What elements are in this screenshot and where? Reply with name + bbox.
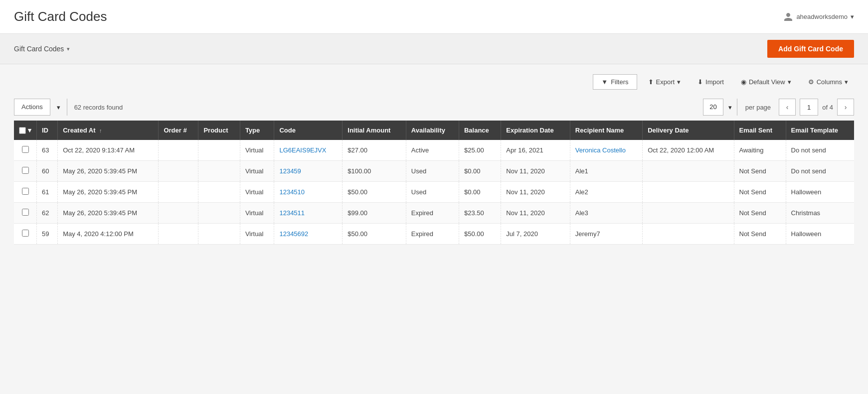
row-checkbox-cell[interactable] xyxy=(14,140,37,161)
row-checkbox-cell[interactable] xyxy=(14,182,37,203)
row-checkbox-0[interactable] xyxy=(22,146,29,153)
user-icon xyxy=(783,12,793,22)
code-link[interactable]: LG6EAIS9EJVX xyxy=(279,146,326,154)
th-initial-amount: Initial Amount xyxy=(343,121,406,140)
th-balance: Balance xyxy=(459,121,501,140)
actions-dropdown-arrow[interactable]: ▾ xyxy=(50,99,67,116)
records-bar: Actions ▾ 62 records found 20 ▾ per page… xyxy=(14,99,854,116)
cell-order xyxy=(159,203,198,224)
cell-balance: $25.00 xyxy=(459,140,501,161)
records-count: 62 records found xyxy=(74,104,123,111)
th-checkbox[interactable]: ▾ xyxy=(14,121,37,140)
per-page-value: 20 xyxy=(703,99,722,116)
per-page-chevron-icon: ▾ xyxy=(728,104,732,111)
actions-label: Actions xyxy=(14,99,50,116)
cell-type: Virtual xyxy=(240,140,274,161)
code-link[interactable]: 12345692 xyxy=(279,230,308,238)
recipient-link[interactable]: Veronica Costello xyxy=(575,146,626,154)
cell-email-sent: Not Send xyxy=(734,161,786,182)
table-row: 61 May 26, 2020 5:39:45 PM Virtual 12345… xyxy=(14,182,854,203)
cell-product xyxy=(198,161,240,182)
row-checkbox-cell[interactable] xyxy=(14,224,37,245)
cell-product xyxy=(198,224,240,245)
row-checkbox-cell[interactable] xyxy=(14,203,37,224)
code-link[interactable]: 123459 xyxy=(279,167,301,175)
dropdown-chevron-icon: ▾ xyxy=(67,46,70,52)
th-type: Type xyxy=(240,121,274,140)
table-row: 62 May 26, 2020 5:39:45 PM Virtual 12345… xyxy=(14,203,854,224)
gear-icon: ⚙ xyxy=(808,78,814,86)
row-checkbox-1[interactable] xyxy=(22,167,29,174)
cell-order xyxy=(159,161,198,182)
cell-delivery-date xyxy=(643,182,734,203)
filters-button[interactable]: ▼ Filters xyxy=(593,74,637,90)
page-title: Gift Card Codes xyxy=(14,9,107,24)
cell-initial-amount: $100.00 xyxy=(343,161,406,182)
dropdown-label-text: Gift Card Codes xyxy=(14,45,64,53)
cell-availability: Used xyxy=(406,161,459,182)
user-chevron-icon: ▾ xyxy=(851,13,854,20)
actions-dropdown[interactable]: Actions ▾ xyxy=(14,99,67,116)
user-menu[interactable]: aheadworksdemo ▾ xyxy=(783,12,854,22)
cell-order xyxy=(159,224,198,245)
cell-email-template: Do not send xyxy=(786,140,854,161)
next-page-button[interactable]: › xyxy=(837,99,854,116)
th-checkbox-arrow-icon[interactable]: ▾ xyxy=(28,127,31,134)
cell-availability: Used xyxy=(406,182,459,203)
sort-icon: ↑ xyxy=(99,128,102,133)
th-created-at[interactable]: Created At ↑ xyxy=(58,121,159,140)
cell-code[interactable]: LG6EAIS9EJVX xyxy=(274,140,343,161)
cell-order xyxy=(159,182,198,203)
columns-button[interactable]: ⚙ Columns ▾ xyxy=(802,75,854,89)
row-checkbox-3[interactable] xyxy=(22,209,29,216)
columns-label: Columns xyxy=(817,78,842,86)
cell-expiration-date: Apr 16, 2021 xyxy=(501,140,570,161)
cell-expiration-date: Nov 11, 2020 xyxy=(501,203,570,224)
th-product: Product xyxy=(198,121,240,140)
cell-id: 60 xyxy=(37,161,58,182)
import-button[interactable]: ⬇ Import xyxy=(692,75,730,89)
add-gift-card-button[interactable]: Add Gift Card Code xyxy=(767,40,854,58)
export-button[interactable]: ⬆ Export ▾ xyxy=(642,75,687,89)
per-page-select[interactable]: 20 ▾ xyxy=(703,99,737,116)
per-page-arrow[interactable]: ▾ xyxy=(723,99,737,116)
cell-code[interactable]: 1234510 xyxy=(274,182,343,203)
code-link[interactable]: 1234511 xyxy=(279,209,305,217)
cell-recipient-name: Ale3 xyxy=(570,203,642,224)
code-link[interactable]: 1234510 xyxy=(279,188,305,196)
filter-icon: ▼ xyxy=(601,78,608,86)
prev-page-button[interactable]: ‹ xyxy=(779,99,796,116)
cell-availability: Expired xyxy=(406,203,459,224)
cell-delivery-date: Oct 22, 2020 12:00 AM xyxy=(643,140,734,161)
default-view-label: Default View xyxy=(749,78,785,86)
select-all-checkbox[interactable] xyxy=(19,127,26,134)
records-left: Actions ▾ 62 records found xyxy=(14,99,123,116)
cell-balance: $0.00 xyxy=(459,182,501,203)
toolbar-bar: Gift Card Codes ▾ Add Gift Card Code xyxy=(0,34,868,64)
cell-code[interactable]: 1234511 xyxy=(274,203,343,224)
cell-code[interactable]: 12345692 xyxy=(274,224,343,245)
export-arrow-icon: ▾ xyxy=(677,78,681,86)
cell-id: 59 xyxy=(37,224,58,245)
default-view-arrow-icon: ▾ xyxy=(788,78,791,86)
th-expiration-date: Expiration Date xyxy=(501,121,570,140)
export-label: Export xyxy=(656,78,675,86)
row-checkbox-2[interactable] xyxy=(22,188,29,195)
cell-initial-amount: $27.00 xyxy=(343,140,406,161)
cell-recipient-name: Jeremy7 xyxy=(570,224,642,245)
import-label: Import xyxy=(705,78,724,86)
cell-initial-amount: $50.00 xyxy=(343,182,406,203)
cell-email-sent: Not Send xyxy=(734,203,786,224)
cell-created-at: May 26, 2020 5:39:45 PM xyxy=(58,203,159,224)
gift-card-codes-dropdown[interactable]: Gift Card Codes ▾ xyxy=(14,45,70,53)
cell-email-template: Do not send xyxy=(786,161,854,182)
cell-product xyxy=(198,140,240,161)
cell-code[interactable]: 123459 xyxy=(274,161,343,182)
default-view-button[interactable]: ◉ Default View ▾ xyxy=(735,75,797,89)
cell-recipient-name: Ale1 xyxy=(570,161,642,182)
row-checkbox-cell[interactable] xyxy=(14,161,37,182)
row-checkbox-4[interactable] xyxy=(22,230,29,237)
cell-created-at: May 26, 2020 5:39:45 PM xyxy=(58,182,159,203)
cell-type: Virtual xyxy=(240,203,274,224)
user-name: aheadworksdemo xyxy=(796,13,848,20)
